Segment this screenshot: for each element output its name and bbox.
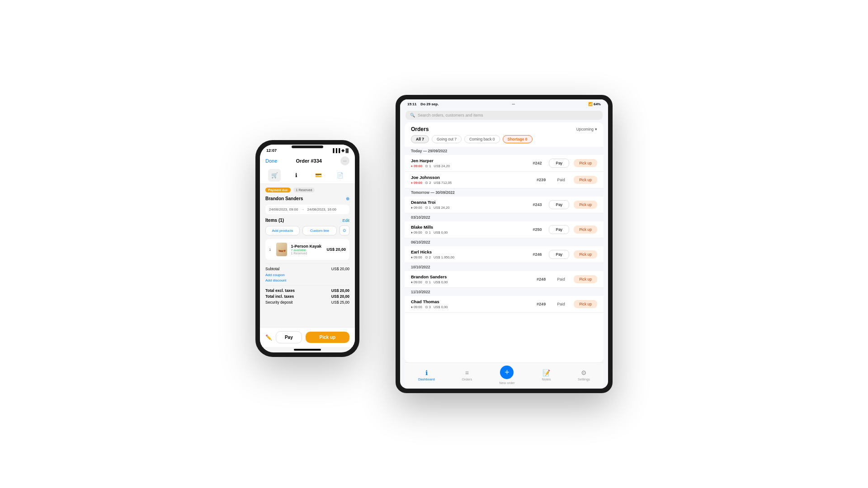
phone-notch (292, 145, 323, 148)
tablet-status-icons: 📶 64% (588, 102, 601, 106)
phone-time: 12:07 (266, 148, 277, 153)
filter-tab-coming-back[interactable]: Coming back 0 (464, 135, 500, 143)
item-name: 1-Person Kayak (291, 244, 323, 249)
order-number: #249 (534, 302, 548, 306)
tablet-search-field[interactable]: 🔍 Search orders, customers and items (406, 111, 603, 120)
search-placeholder-text: Search orders, customers and items (418, 113, 483, 117)
subtotal-value: US$ 20,00 (331, 267, 349, 271)
phone-body: Payment due 1 Reserved Brandon Sanders ⊕… (260, 184, 355, 327)
order-qty: ⊙ 1 (425, 206, 431, 210)
phone-status-icons: ▐▐▐ ◈ ▓ (331, 148, 349, 153)
order-amount: US$ 0,00 (434, 305, 448, 309)
phone-tab-card[interactable]: 💳 (312, 169, 325, 182)
pay-button-jen[interactable]: Pay (549, 159, 569, 168)
plus-icon[interactable]: + (500, 366, 514, 379)
nav-settings[interactable]: ⚙ Settings (578, 369, 590, 381)
pickup-button-jen[interactable]: Pick up (574, 159, 597, 167)
phone-tab-cart[interactable]: 🛒 (268, 169, 281, 182)
phone-tab-info[interactable]: ℹ (290, 169, 303, 182)
orders-title: Orders (411, 126, 429, 132)
total-excl-label: Total excl. taxes (265, 288, 295, 293)
phone-tabs: 🛒 ℹ 💳 📄 (260, 167, 355, 184)
subtotal-label: Subtotal (265, 267, 279, 271)
phone-more-button[interactable]: ··· (340, 156, 349, 165)
nav-new-order[interactable]: + New order (499, 366, 515, 385)
pickup-button-brandon[interactable]: Pick up (574, 275, 597, 283)
total-incl-label: Total incl. taxes (265, 294, 294, 299)
tablet-main-content: Orders Upcoming ▾ All 7 Going out 7 Comi… (405, 122, 604, 362)
orders-icon: ≡ (465, 369, 469, 376)
badge-payment-due: Payment due (265, 188, 291, 192)
phone-home-indicator (294, 349, 321, 351)
tablet-search-area: 🔍 Search orders, customers and items (400, 107, 608, 122)
tablet-screen: 15:11 Do 29 sep. ··· 📶 64% 🔍 Search orde… (400, 99, 608, 389)
add-coupon-link[interactable]: Add coupon (265, 273, 349, 277)
scene: 12:07 ▐▐▐ ◈ ▓ Done Order #334 ··· 🛒 ℹ 💳 … (0, 0, 868, 488)
filter-tab-going-out[interactable]: Going out 7 (432, 135, 462, 143)
phone-dates-row: 24/08/2023, 09:00 → 24/08/2023, 16:00 (265, 205, 349, 214)
add-discount-link[interactable]: Add discount (265, 278, 349, 282)
phone-date-arrow: → (301, 207, 305, 211)
phone-date-from: 24/08/2023, 09:00 (269, 207, 298, 211)
pickup-button-earl[interactable]: Pick up (574, 250, 597, 258)
pickup-button[interactable]: Pick up (306, 332, 349, 343)
item-image: 🛶 (276, 243, 287, 256)
filter-tab-shortage[interactable]: Shortage 0 (503, 135, 533, 143)
customer-joe-johnsson: Joe Johnsson ♦ 09:00 ⊙ 2 US$ 712,05 (411, 175, 529, 185)
pay-button[interactable]: Pay (276, 331, 302, 343)
order-amount: US$ 24,20 (434, 164, 449, 168)
order-number: #250 (530, 227, 544, 232)
pay-button-earl[interactable]: Pay (549, 250, 569, 259)
total-excl-row: Total excl. taxes US$ 20,00 (265, 288, 349, 293)
pay-button-blake[interactable]: Pay (549, 225, 569, 234)
tablet-date: Do 29 sep. (420, 102, 439, 106)
custom-line-button[interactable]: Custom line (302, 226, 337, 235)
order-row-chad-thomas: Chad Thomas ♦ 09:00 ⊙ 3 US$ 0,00 #249 Pa… (405, 296, 604, 313)
nav-settings-label: Settings (578, 377, 590, 381)
upcoming-filter[interactable]: Upcoming ▾ (576, 127, 597, 131)
add-products-button[interactable]: Add products (265, 226, 300, 235)
phone-edit-link[interactable]: Edit (342, 218, 349, 223)
order-amount: US$ 24,20 (434, 206, 449, 210)
paid-status-chad: Paid (553, 302, 569, 306)
phone-footer-edit-icon[interactable]: ✏️ (265, 334, 272, 341)
item-info: 1-Person Kayak 7 available 1 Reserved (291, 244, 323, 255)
pickup-button-chad[interactable]: Pick up (574, 300, 597, 308)
order-row-deanna-troi: Deanna Troi ♦ 09:00 ⊙ 1 US$ 24,20 #243 P… (405, 197, 604, 213)
dashboard-icon: ℹ (425, 369, 428, 376)
order-time: ♦ 09:00 (411, 305, 422, 309)
customer-earl-hicks: Earl Hicks ♦ 09:00 ⊙ 2 US$ 1.950,00 (411, 249, 525, 259)
nav-dashboard[interactable]: ℹ Dashboard (418, 369, 435, 381)
order-number: #243 (530, 202, 544, 207)
subtotal-row: Subtotal US$ 20,00 (265, 267, 349, 271)
nav-notes-label: Notes (542, 377, 551, 381)
nav-orders-label: Orders (462, 377, 472, 381)
pay-button-deanna[interactable]: Pay (549, 200, 569, 209)
order-qty: ⊙ 2 (425, 181, 431, 185)
order-time: ♦ 09:00 (411, 255, 422, 259)
phone-tab-doc[interactable]: 📄 (334, 169, 347, 182)
customer-jen-harper: Jen Harper ♦ 09:00 ⊙ 1 US$ 24,20 (411, 158, 525, 168)
phone-order-title: Order #334 (296, 158, 321, 164)
filter-tab-all[interactable]: All 7 (411, 135, 429, 143)
customer-blake-mills: Blake Mills ♦ 09:00 ⊙ 1 US$ 0,00 (411, 225, 525, 235)
pickup-button-deanna[interactable]: Pick up (574, 201, 597, 209)
nav-notes[interactable]: 📝 Notes (542, 369, 551, 381)
phone-footer: ✏️ Pay Pick up (260, 327, 355, 347)
nav-orders[interactable]: ≡ Orders (462, 369, 472, 381)
phone-date-to: 24/08/2023, 16:00 (307, 207, 337, 211)
order-row-jen-harper: Jen Harper ♦ 09:00 ⊙ 1 US$ 24,20 #242 Pa… (405, 155, 604, 172)
badge-reserved: 1 Reserved (293, 188, 315, 192)
barcode-scan-button[interactable]: ⊙ (340, 225, 349, 235)
phone-customer-name: Brandon Sanders (265, 196, 303, 201)
phone-customer-edit-icon[interactable]: ⊕ (346, 196, 349, 201)
customer-brandon-sanders: Brandon Sanders ♦ 09:00 ⊙ 1 US$ 0,00 (411, 274, 529, 284)
pickup-button-blake[interactable]: Pick up (574, 225, 597, 234)
tablet-orders-list: Orders Upcoming ▾ All 7 Going out 7 Comi… (405, 122, 604, 362)
phone-back-button[interactable]: Done (265, 158, 277, 164)
pickup-button-joe[interactable]: Pick up (574, 176, 597, 184)
phone-items-header: Items (1) Edit (265, 218, 349, 223)
phone-items-label: Items (1) (265, 218, 284, 223)
tablet-bottom-nav: ℹ Dashboard ≡ Orders + New order 📝 Notes… (405, 362, 604, 388)
phone-nav-bar: Done Order #334 ··· (260, 155, 355, 167)
